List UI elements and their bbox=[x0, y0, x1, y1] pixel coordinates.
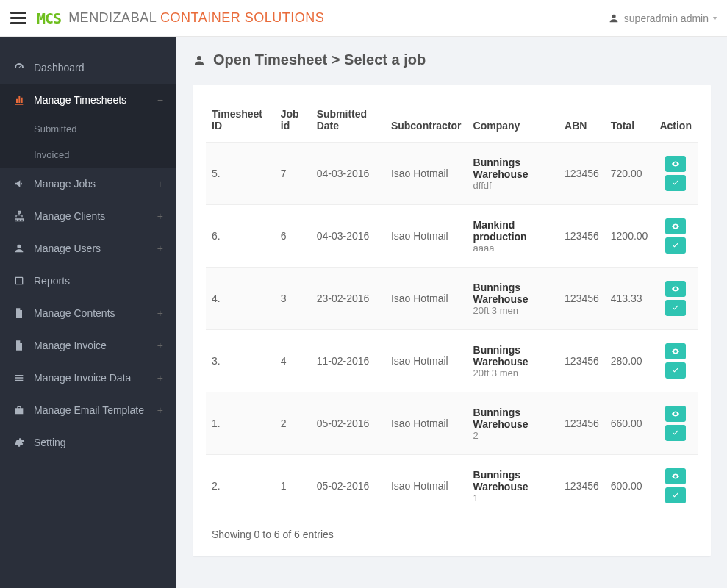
cell-abn: 123456 bbox=[559, 330, 605, 392]
expander-icon: + bbox=[157, 178, 163, 190]
main-content: Open Timesheet > Select a job Timesheet … bbox=[176, 37, 727, 588]
table-row: 3. 4 11-02-2016 Isao Hotmail Bunnings Wa… bbox=[206, 330, 698, 392]
col-action[interactable]: Action bbox=[653, 98, 698, 143]
table-row: 4. 3 23-02-2016 Isao Hotmail Bunnings Wa… bbox=[206, 268, 698, 330]
cell-company: Bunnings Warehouse 2 bbox=[468, 392, 559, 455]
expander-icon: − bbox=[157, 94, 163, 106]
cell-company: Bunnings Warehouse 1 bbox=[468, 455, 559, 517]
cell-job-id: 4 bbox=[275, 330, 311, 392]
check-icon bbox=[671, 429, 680, 437]
eye-icon bbox=[671, 409, 680, 418]
file-icon bbox=[13, 307, 25, 319]
eye-icon bbox=[671, 347, 680, 356]
cell-total: 600.00 bbox=[605, 455, 654, 517]
sidebar-item-manage-jobs[interactable]: Manage Jobs + bbox=[0, 168, 176, 200]
col-total[interactable]: Total bbox=[605, 98, 654, 143]
col-submitted[interactable]: Submitted Date bbox=[311, 98, 385, 143]
expander-icon: + bbox=[157, 404, 163, 416]
dashboard-icon bbox=[13, 62, 25, 74]
approve-button[interactable] bbox=[665, 300, 686, 316]
expander-icon: + bbox=[157, 210, 163, 222]
check-icon bbox=[671, 304, 680, 312]
brand-word2: CONTAINER SOLUTIONS bbox=[160, 10, 324, 25]
timesheet-table: Timesheet ID Job id Submitted Date Subco… bbox=[206, 98, 698, 517]
cell-abn: 123456 bbox=[559, 143, 605, 205]
user-menu[interactable]: superadmin admin ▾ bbox=[608, 12, 717, 24]
sidebar-item-label: Setting bbox=[34, 437, 66, 448]
sidebar-item-manage-users[interactable]: Manage Users + bbox=[0, 232, 176, 265]
cell-job-id: 7 bbox=[275, 143, 311, 205]
sidebar-item-dashboard[interactable]: Dashboard bbox=[0, 51, 176, 84]
approve-button[interactable] bbox=[665, 362, 686, 379]
approve-button[interactable] bbox=[665, 487, 686, 503]
page-title-suffix: Select a job bbox=[344, 51, 426, 68]
view-button[interactable] bbox=[665, 156, 686, 172]
cell-subcontractor: Isao Hotmail bbox=[385, 392, 468, 455]
cell-job-id: 3 bbox=[275, 268, 311, 330]
user-icon bbox=[13, 243, 25, 254]
page-title-sep: > bbox=[332, 51, 340, 68]
sidebar-item-reports[interactable]: Reports bbox=[0, 265, 176, 297]
approve-button[interactable] bbox=[665, 237, 686, 254]
cell-action bbox=[653, 143, 698, 205]
chart-icon bbox=[13, 94, 25, 106]
cell-date: 05-02-2016 bbox=[311, 455, 385, 517]
cell-date: 04-03-2016 bbox=[311, 143, 385, 205]
view-button[interactable] bbox=[665, 218, 686, 234]
menu-toggle[interactable] bbox=[10, 12, 26, 24]
cell-total: 720.00 bbox=[605, 143, 654, 205]
sidebar-subitem-invoiced[interactable]: Invoiced bbox=[0, 142, 176, 168]
check-icon bbox=[671, 491, 680, 500]
list-icon bbox=[13, 372, 25, 384]
sidebar-item-label: Manage Email Template bbox=[34, 404, 144, 416]
approve-button[interactable] bbox=[665, 425, 686, 441]
cell-company: Bunnings Warehouse 20ft 3 men bbox=[468, 330, 559, 392]
approve-button[interactable] bbox=[665, 175, 686, 191]
expander-icon: + bbox=[157, 340, 163, 351]
cell-timesheet-id: 6. bbox=[206, 205, 275, 268]
check-icon bbox=[671, 366, 680, 375]
cell-abn: 123456 bbox=[559, 455, 605, 517]
cell-subcontractor: Isao Hotmail bbox=[385, 143, 468, 205]
check-icon bbox=[671, 179, 680, 187]
cell-date: 11-02-2016 bbox=[311, 330, 385, 392]
sidebar-item-setting[interactable]: Setting bbox=[0, 426, 176, 459]
cell-abn: 123456 bbox=[559, 205, 605, 268]
sidebar-item-manage-invoice[interactable]: Manage Invoice + bbox=[0, 329, 176, 362]
timesheet-table-card: Timesheet ID Job id Submitted Date Subco… bbox=[193, 85, 711, 556]
sidebar-item-manage-clients[interactable]: Manage Clients + bbox=[0, 200, 176, 232]
col-subcontractor[interactable]: Subcontractor bbox=[385, 98, 468, 143]
cell-subcontractor: Isao Hotmail bbox=[385, 330, 468, 392]
cell-timesheet-id: 2. bbox=[206, 455, 275, 517]
sidebar-item-manage-contents[interactable]: Manage Contents + bbox=[0, 297, 176, 329]
cell-action bbox=[653, 205, 698, 268]
sidebar-item-label: Manage Timesheets bbox=[34, 94, 126, 106]
sidebar-item-manage-timesheets[interactable]: Manage Timesheets − bbox=[0, 84, 176, 116]
view-button[interactable] bbox=[665, 468, 686, 484]
cell-timesheet-id: 5. bbox=[206, 143, 275, 205]
user-icon bbox=[193, 54, 206, 67]
sidebar-subitem-submitted[interactable]: Submitted bbox=[0, 116, 176, 142]
sidebar-item-label: Reports bbox=[34, 275, 70, 287]
book-icon bbox=[13, 275, 25, 287]
gear-icon bbox=[13, 437, 25, 448]
sidebar-item-manage-invoice-data[interactable]: Manage Invoice Data + bbox=[0, 362, 176, 394]
col-timesheet-id[interactable]: Timesheet ID bbox=[206, 98, 275, 143]
cell-company: Bunnings Warehouse 20ft 3 men bbox=[468, 268, 559, 330]
eye-icon bbox=[671, 284, 680, 293]
sidebar-item-manage-email-template[interactable]: Manage Email Template + bbox=[0, 394, 176, 426]
col-job-id[interactable]: Job id bbox=[275, 98, 311, 143]
view-button[interactable] bbox=[665, 406, 686, 422]
cell-subcontractor: Isao Hotmail bbox=[385, 455, 468, 517]
col-company[interactable]: Company bbox=[468, 98, 559, 143]
cell-action bbox=[653, 330, 698, 392]
cell-total: 1200.00 bbox=[605, 205, 654, 268]
cell-company: Mankind production aaaa bbox=[468, 205, 559, 268]
cell-subcontractor: Isao Hotmail bbox=[385, 205, 468, 268]
briefcase-icon bbox=[13, 404, 25, 416]
view-button[interactable] bbox=[665, 343, 686, 359]
view-button[interactable] bbox=[665, 281, 686, 297]
sidebar-item-label: Manage Contents bbox=[34, 307, 115, 319]
col-abn[interactable]: ABN bbox=[559, 98, 605, 143]
cell-timesheet-id: 1. bbox=[206, 392, 275, 455]
